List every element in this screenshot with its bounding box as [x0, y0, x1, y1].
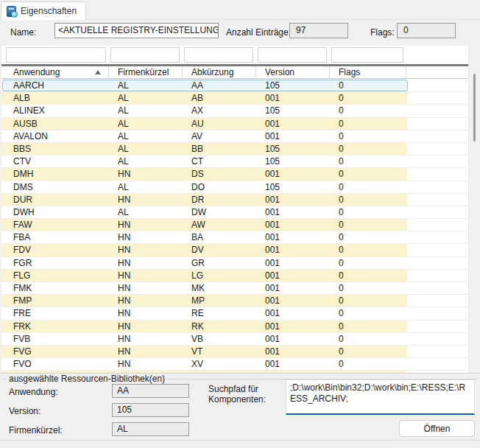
filter-input-anwendung[interactable] — [6, 47, 106, 63]
cell-flags: 0 — [331, 257, 406, 269]
table-row[interactable]: FGRHNGR0010 — [1, 257, 468, 270]
cell-anwendung: DMH — [6, 168, 109, 180]
cell-abkuerzung: VT — [184, 346, 256, 357]
cell-flags: 0 — [331, 194, 406, 206]
cell-firmenkuerzel: AL — [110, 118, 183, 130]
table-row[interactable]: FBAHNBA0010 — [1, 231, 468, 244]
table-row[interactable]: FVOHNXV0010 — [1, 358, 468, 371]
cell-anwendung: FRE — [6, 307, 109, 319]
cell-abkuerzung: RK — [184, 321, 256, 332]
cell-abkuerzung: AW — [184, 219, 256, 231]
cell-version: 001 — [258, 92, 330, 104]
table-row[interactable]: AARCHALAA1050 — [1, 80, 468, 92]
cell-flags: 0 — [331, 321, 406, 332]
open-button[interactable]: Öffnen — [399, 420, 475, 437]
scrollbar-thumb[interactable] — [473, 74, 476, 141]
cell-flags: 0 — [331, 307, 406, 319]
filter-input-abkuerzung[interactable] — [184, 47, 253, 63]
header-cell-firmenkuerzel[interactable]: Firmenkürzel — [110, 66, 183, 78]
table-row[interactable]: DWHALDW0010 — [1, 206, 468, 219]
table-row[interactable]: FVBHNVB0010 — [1, 333, 468, 346]
cell-firmenkuerzel: AL — [110, 92, 183, 104]
cell-abkuerzung: CT — [184, 155, 256, 167]
filter-input-flags[interactable] — [331, 47, 403, 63]
cell-version: 001 — [258, 206, 330, 218]
cell-anwendung: BBS — [6, 143, 109, 155]
cell-anwendung: ALB — [6, 92, 109, 104]
resource-table: AnwendungFirmenkürzelAbkürzungVersionFla… — [1, 46, 468, 373]
table-row[interactable]: CTVALCT1050 — [1, 155, 468, 168]
cell-abkuerzung: DO — [184, 181, 256, 193]
detail-firmenkuerzel-value: AL — [112, 422, 189, 436]
cell-firmenkuerzel: AL — [110, 80, 183, 91]
cell-firmenkuerzel: HN — [110, 244, 183, 256]
tab-strip: Eigenschaften — [0, 0, 480, 20]
header-cell-abkuerzung[interactable]: Abkürzung — [184, 66, 256, 78]
table-row[interactable]: FDVHNDV0010 — [1, 244, 468, 256]
detail-firmenkuerzel-label: Firmenkürzel: — [9, 425, 63, 435]
cell-firmenkuerzel: HN — [110, 358, 183, 370]
cell-anwendung: FGR — [6, 257, 109, 269]
header-cell-anwendung[interactable]: Anwendung — [6, 66, 109, 78]
name-input[interactable]: <AKTUELLE REGISTRY-EINSTELLUNGEN — [54, 23, 219, 38]
suchpfad-input[interactable]: ;D:\work\Bin\bin32;D:\work\bin;E:\RESS;E… — [286, 379, 475, 415]
table-row[interactable]: FREHNRE0010 — [1, 307, 468, 320]
table-row[interactable]: FMPHNMP0010 — [1, 295, 468, 307]
table-row[interactable]: BBSALBB1050 — [1, 143, 468, 155]
cell-anwendung: AVALON — [6, 130, 109, 142]
table-row[interactable]: FMKHNMK0010 — [1, 282, 468, 295]
vertical-scrollbar[interactable] — [468, 46, 480, 373]
cell-flags: 0 — [331, 118, 406, 130]
cell-anwendung: AUSB — [6, 118, 109, 130]
flags-label: Flags: — [370, 27, 395, 38]
sort-ascending-icon — [95, 70, 101, 74]
tab-label: Eigenschaften — [21, 6, 77, 16]
cell-anwendung: FLG — [6, 270, 109, 281]
table-row[interactable]: ALBALAB0010 — [1, 92, 468, 105]
filter-input-version[interactable] — [258, 47, 327, 63]
cell-abkuerzung: BB — [184, 143, 256, 155]
cell-firmenkuerzel: AL — [110, 206, 183, 218]
cell-firmenkuerzel: HN — [110, 168, 183, 180]
name-label: Name: — [10, 27, 36, 38]
table-row[interactable]: FAWHNAW0010 — [1, 219, 468, 231]
cell-firmenkuerzel: AL — [110, 130, 183, 142]
cell-version: 001 — [258, 333, 330, 345]
cell-abkuerzung: AA — [184, 80, 256, 91]
header-cell-flags[interactable]: Flags — [331, 66, 406, 78]
cell-version: 105 — [258, 181, 330, 193]
cell-version: 001 — [258, 282, 330, 294]
tab-eigenschaften[interactable]: Eigenschaften — [1, 1, 86, 20]
cell-flags: 0 — [331, 346, 406, 357]
cell-flags: 0 — [331, 130, 406, 142]
table-row[interactable]: DMSALDO1050 — [1, 181, 468, 194]
table-row[interactable]: AUSBALAU0010 — [1, 118, 468, 130]
filter-input-firmenkuerzel[interactable] — [110, 47, 180, 63]
cell-anwendung: FVG — [6, 346, 109, 357]
cell-anwendung: ALINEX — [6, 105, 109, 116]
table-row[interactable]: DURHNDR0010 — [1, 194, 468, 206]
table-row[interactable]: FLGHNLG0010 — [1, 270, 468, 282]
cell-anwendung: CTV — [6, 155, 109, 167]
cell-abkuerzung: AV — [184, 130, 256, 142]
table-row[interactable]: FRKHNRK0010 — [1, 321, 468, 333]
entries-label: Anzahl Einträge: — [226, 27, 291, 38]
suchpfad-label-line2: Komponenten: — [208, 394, 266, 405]
cell-flags: 0 — [331, 244, 406, 256]
table-row[interactable]: AVALONALAV0010 — [1, 130, 468, 143]
cell-flags: 0 — [331, 92, 406, 104]
cell-version: 001 — [258, 219, 330, 231]
table-row[interactable]: ALINEXALAX1050 — [1, 105, 468, 117]
cell-flags: 0 — [331, 358, 406, 370]
cell-version: 001 — [258, 270, 330, 281]
cell-anwendung: DWH — [6, 206, 109, 218]
cell-firmenkuerzel: HN — [110, 307, 183, 319]
detail-anwendung-value: AA — [112, 384, 189, 398]
table-row[interactable]: FVGHNVT0010 — [1, 346, 468, 358]
header-cell-version[interactable]: Version — [258, 66, 330, 78]
cell-firmenkuerzel: AL — [110, 105, 183, 116]
status-strip — [0, 440, 480, 448]
table-row[interactable]: DMHHNDS0010 — [1, 168, 468, 181]
cell-version: 001 — [258, 244, 330, 256]
cell-firmenkuerzel: HN — [110, 346, 183, 357]
